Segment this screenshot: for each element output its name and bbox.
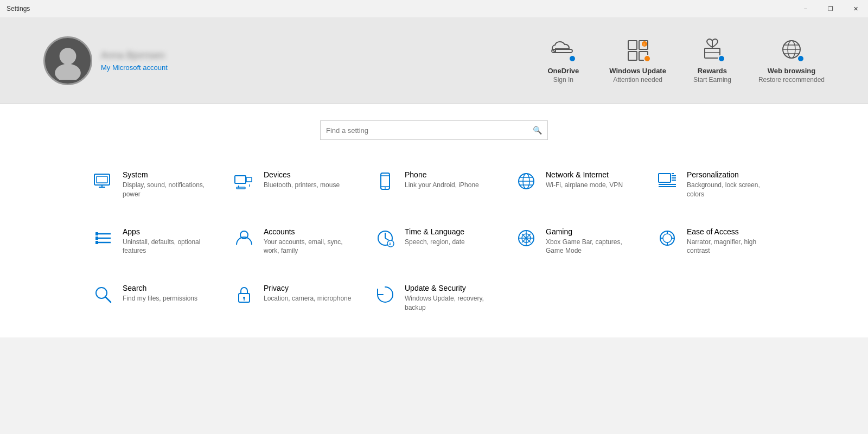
phone-icon (374, 170, 396, 192)
svg-point-67 (243, 297, 245, 299)
setting-item-update-security[interactable]: Update & Security Windows Update, recove… (369, 275, 499, 321)
gaming-text: Gaming Xbox Game Bar, captures, Game Mod… (546, 227, 635, 256)
phone-title: Phone (405, 170, 479, 179)
svg-rect-20 (246, 177, 252, 182)
onedrive-label: OneDrive (547, 67, 579, 75)
setting-item-devices[interactable]: Devices Bluetooth, printers, mouse (228, 162, 358, 208)
privacy-icon (233, 284, 255, 305)
system-text: System Display, sound, notifications, po… (123, 170, 212, 199)
web-browsing-icon-wrap (778, 37, 805, 63)
accounts-title: Accounts (264, 227, 353, 236)
svg-line-49 (385, 238, 389, 240)
search-text: Search Find my files, permissions (123, 284, 197, 303)
update-security-text: Update & Security Windows Update, recove… (405, 284, 494, 312)
ease-of-access-text: Ease of Access Narrator, magnifier, high… (687, 227, 776, 256)
setting-item-phone[interactable]: Phone Link your Android, iPhone (369, 162, 499, 208)
svg-line-65 (105, 297, 111, 302)
svg-rect-33 (659, 174, 671, 182)
svg-rect-43 (95, 232, 98, 235)
update-security-title: Update & Security (405, 284, 494, 292)
setting-item-time-language[interactable]: A Time & Language Speech, region, date (369, 219, 499, 265)
svg-rect-4 (628, 52, 637, 60)
phone-desc: Link your Android, iPhone (405, 181, 479, 190)
widget-rewards[interactable]: Rewards Start Earning (688, 37, 737, 84)
svg-point-1 (55, 63, 81, 79)
personalization-desc: Background, lock screen, colors (687, 181, 776, 199)
time-language-icon: A (374, 227, 396, 249)
windows-update-icon-wrap: ! (625, 37, 651, 63)
web-browsing-dot (797, 55, 805, 62)
setting-item-gaming[interactable]: Gaming Xbox Game Bar, captures, Game Mod… (510, 219, 640, 265)
gaming-icon (515, 227, 537, 249)
setting-item-apps[interactable]: Apps Uninstall, defaults, optional featu… (87, 219, 217, 265)
user-info: Anna Bjornsen My Microsoft account (101, 50, 168, 72)
svg-text:A: A (389, 242, 392, 246)
privacy-text: Privacy Location, camera, microphone (264, 284, 351, 303)
search-bar[interactable]: 🔍 (320, 120, 548, 140)
window-controls: − ❐ ✕ (793, 0, 868, 17)
network-icon (515, 170, 537, 192)
personalization-text: Personalization Background, lock screen,… (687, 170, 776, 199)
svg-point-59 (663, 234, 672, 242)
ease-of-access-title: Ease of Access (687, 227, 776, 236)
network-title: Network & Internet (546, 170, 623, 179)
setting-item-search[interactable]: Search Find my files, permissions (87, 275, 217, 321)
onedrive-icon-wrap (550, 37, 576, 63)
network-text: Network & Internet Wi-Fi, airplane mode,… (546, 170, 623, 190)
phone-text: Phone Link your Android, iPhone (405, 170, 479, 190)
system-title: System (123, 170, 212, 179)
close-button[interactable]: ✕ (843, 0, 868, 17)
setting-item-personalization[interactable]: Personalization Background, lock screen,… (651, 162, 781, 208)
user-name: Anna Bjornsen (101, 50, 168, 61)
app-title: Settings (7, 5, 30, 12)
search-title: Search (123, 284, 197, 292)
update-security-desc: Windows Update, recovery, backup (405, 294, 494, 312)
avatar-image (49, 42, 87, 80)
privacy-desc: Location, camera, microphone (264, 294, 351, 303)
header: Anna Bjornsen My Microsoft account OneDr… (0, 17, 868, 104)
user-section: Anna Bjornsen My Microsoft account (43, 36, 539, 85)
search-input[interactable] (326, 126, 533, 135)
gaming-title: Gaming (546, 227, 635, 236)
gaming-desc: Xbox Game Bar, captures, Game Mode (546, 238, 635, 256)
setting-item-ease-of-access[interactable]: Ease of Access Narrator, magnifier, high… (651, 219, 781, 265)
widget-web-browsing[interactable]: Web browsing Restore recommended (758, 37, 825, 84)
svg-rect-2 (628, 41, 637, 49)
windows-update-dot (643, 55, 651, 62)
onedrive-sublabel: Sign In (553, 76, 573, 84)
devices-text: Devices Bluetooth, printers, mouse (264, 170, 340, 190)
setting-item-privacy[interactable]: Privacy Location, camera, microphone (228, 275, 358, 321)
personalization-icon (656, 170, 678, 192)
svg-rect-44 (95, 237, 98, 240)
apps-title: Apps (123, 227, 212, 236)
setting-item-system[interactable]: System Display, sound, notifications, po… (87, 162, 217, 208)
setting-item-accounts[interactable]: Accounts Your accounts, email, sync, wor… (228, 219, 358, 265)
svg-point-27 (385, 187, 386, 188)
rewards-dot (718, 55, 725, 62)
svg-text:!: ! (643, 42, 644, 47)
windows-update-sublabel: Attention needed (613, 76, 662, 84)
svg-rect-18 (97, 176, 107, 183)
titlebar: Settings − ❐ ✕ (0, 0, 868, 17)
accounts-text: Accounts Your accounts, email, sync, wor… (264, 227, 353, 256)
ease-of-access-desc: Narrator, magnifier, high contrast (687, 238, 776, 256)
network-desc: Wi-Fi, airplane mode, VPN (546, 181, 623, 190)
accounts-desc: Your accounts, email, sync, work, family (264, 238, 353, 256)
rewards-label: Rewards (698, 67, 727, 75)
apps-icon (92, 227, 114, 249)
search-setting-icon (92, 284, 114, 305)
header-widgets: OneDrive Sign In ! Windows Update Attent… (539, 37, 825, 84)
svg-rect-45 (95, 241, 98, 244)
widget-windows-update[interactable]: ! Windows Update Attention needed (609, 37, 666, 84)
svg-rect-23 (237, 187, 245, 189)
widget-onedrive[interactable]: OneDrive Sign In (539, 37, 588, 84)
setting-item-network[interactable]: Network & Internet Wi-Fi, airplane mode,… (510, 162, 640, 208)
devices-icon (233, 170, 255, 192)
apps-text: Apps Uninstall, defaults, optional featu… (123, 227, 212, 256)
minimize-button[interactable]: − (793, 0, 818, 17)
search-button[interactable]: 🔍 (533, 126, 542, 135)
devices-title: Devices (264, 170, 340, 179)
account-link[interactable]: My Microsoft account (101, 63, 168, 72)
restore-button[interactable]: ❐ (818, 0, 843, 17)
devices-desc: Bluetooth, printers, mouse (264, 181, 340, 190)
